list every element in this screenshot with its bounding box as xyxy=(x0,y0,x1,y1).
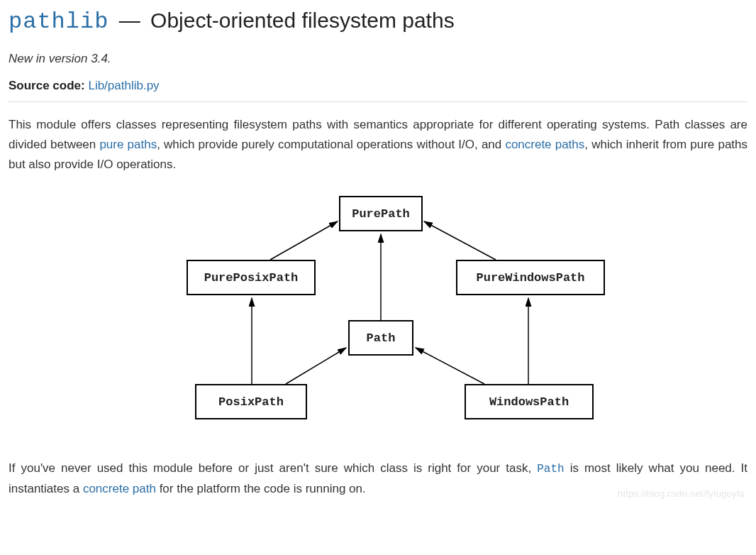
svg-line-6 xyxy=(416,348,484,384)
pure-paths-link[interactable]: pure paths xyxy=(99,138,157,151)
node-posixpath: PosixPath xyxy=(195,384,307,419)
para1-text2: , which provide purely computational ope… xyxy=(157,138,505,151)
svg-line-4 xyxy=(286,348,346,384)
concrete-paths-link[interactable]: concrete paths xyxy=(505,138,584,151)
page-title: pathlib — Object-oriented filesystem pat… xyxy=(9,7,747,36)
para2-text3: for the platform the code is running on. xyxy=(156,482,366,495)
para2-text1: If you've never used this module before … xyxy=(9,461,537,475)
node-path: Path xyxy=(348,320,413,356)
node-pureposixpath: PurePosixPath xyxy=(187,260,316,295)
svg-line-1 xyxy=(424,221,496,260)
path-code: Path xyxy=(537,463,564,476)
class-hierarchy-diagram: PurePath PurePosixPath PureWindowsPath P… xyxy=(9,196,747,430)
title-code: pathlib xyxy=(9,9,109,35)
version-note: New in version 3.4. xyxy=(9,52,747,66)
node-windowspath: WindowsPath xyxy=(465,384,594,419)
node-purepath: PurePath xyxy=(339,196,423,231)
title-rest: Object-oriented filesystem paths xyxy=(145,9,455,32)
source-line: Source code: Lib/pathlib.py xyxy=(9,79,747,93)
node-purewindowspath: PureWindowsPath xyxy=(456,260,605,295)
concrete-path-link[interactable]: concrete path xyxy=(83,482,156,495)
divider xyxy=(9,101,747,102)
source-label: Source code: xyxy=(9,79,85,92)
source-link[interactable]: Lib/pathlib.py xyxy=(88,79,159,92)
usage-paragraph: If you've never used this module before … xyxy=(9,458,747,498)
intro-paragraph: This module offers classes representing … xyxy=(9,115,747,175)
title-dash: — xyxy=(119,7,140,34)
svg-line-0 xyxy=(270,221,338,260)
